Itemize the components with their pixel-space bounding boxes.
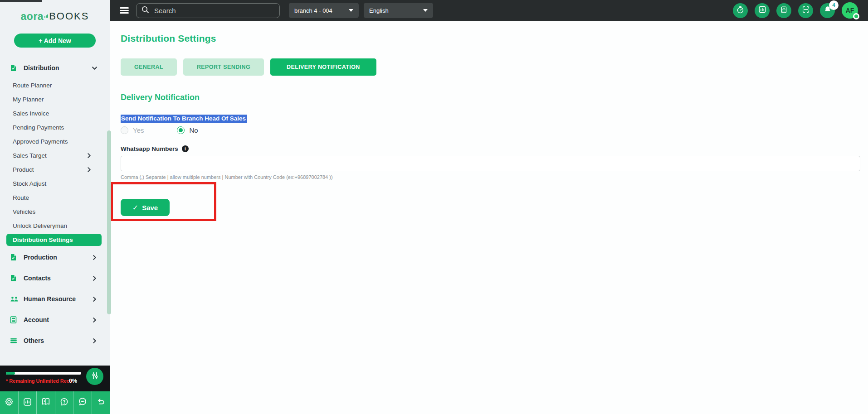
search-box[interactable]	[136, 3, 280, 18]
sidebar-section-others[interactable]: Others	[0, 330, 110, 351]
caret-down-icon	[349, 9, 353, 12]
sidebar-item-stock-adjust[interactable]: Stock Adjust	[0, 177, 110, 191]
sidebar: aora BOOKS + Add New DistributionRoute P…	[0, 0, 110, 414]
sidebar-item-approved-payments[interactable]: Approved Payments	[0, 135, 110, 149]
undo-icon	[96, 397, 106, 409]
online-status-dot	[853, 13, 859, 19]
sidebar-section-label: Production	[24, 254, 92, 261]
sidebar-item-sales-target[interactable]: Sales Target	[0, 149, 110, 163]
whatsapp-numbers-input[interactable]	[121, 156, 860, 171]
active-item-pill: Distribution Settings	[6, 234, 102, 246]
info-icon[interactable]: i	[182, 145, 189, 152]
chevron-right-icon	[92, 338, 97, 343]
gear-icon	[4, 397, 14, 409]
branch-selected-value: branch 4 - 004	[294, 7, 332, 14]
calculator-icon	[780, 6, 788, 15]
search-icon	[141, 5, 150, 16]
undo-button[interactable]	[92, 391, 110, 414]
whatsapp-label-row: Whatsapp Numbers i	[121, 145, 860, 152]
logo-text-books: BOOKS	[49, 10, 89, 22]
sidebar-section-human-resource[interactable]: Human Resource	[0, 289, 110, 309]
sidebar-item-route[interactable]: Route	[0, 191, 110, 205]
chevron-right-icon	[87, 153, 92, 158]
notifications-button[interactable]: 4	[820, 3, 835, 18]
sidebar-section-distribution[interactable]: Distribution	[0, 58, 110, 78]
sidebar-item-my-planner[interactable]: My Planner	[0, 92, 110, 106]
sliders-icon	[91, 371, 99, 382]
sidebar-scrollbar-thumb[interactable]	[107, 130, 111, 314]
sidebar-item-distribution-settings[interactable]: Distribution Settings	[0, 233, 110, 247]
sidebar-item-label: Route Planner	[13, 82, 92, 89]
language-select[interactable]: English	[364, 3, 433, 18]
stats-icon	[758, 5, 766, 15]
scan-icon	[801, 5, 810, 16]
chevron-right-icon	[92, 255, 97, 260]
preferences-fab-button[interactable]	[86, 368, 103, 385]
chat-button[interactable]	[73, 391, 92, 414]
logo-bars-icon	[44, 14, 48, 18]
remaining-records-label: * Remaining Unlimited Reco	[6, 378, 73, 384]
sidebar-item-sales-invoice[interactable]: Sales Invoice	[0, 106, 110, 120]
sidebar-item-vehicles[interactable]: Vehicles	[0, 205, 110, 219]
remaining-records-percent: 0%	[69, 378, 77, 384]
sidebar-section-account[interactable]: Account	[0, 309, 110, 330]
menu-toggle-button[interactable]	[120, 6, 129, 15]
timer-button[interactable]	[733, 3, 748, 18]
radio-yes-circle[interactable]	[121, 126, 128, 134]
chat-icon	[78, 397, 88, 409]
sidebar-section-label: Human Resource	[24, 295, 92, 303]
tab-general[interactable]: GENERAL	[121, 58, 177, 76]
radio-no[interactable]: No	[177, 126, 198, 134]
records-progress-fill	[6, 372, 15, 375]
sidebar-section-contacts[interactable]: Contacts	[0, 268, 110, 289]
stats-button[interactable]	[755, 3, 770, 18]
user-avatar[interactable]: AF	[842, 2, 858, 19]
calculator-button[interactable]	[776, 3, 791, 18]
topbar-actions: 4 AF	[733, 2, 868, 19]
sidebar-item-label: Sales Invoice	[13, 110, 92, 117]
sidebar-item-unlock-deliveryman[interactable]: Unlock Deliveryman	[0, 219, 110, 233]
sidebar-item-route-planner[interactable]: Route Planner	[0, 78, 110, 92]
main-content: Distribution Settings GENERALREPORT SEND…	[110, 21, 868, 414]
radio-no-circle[interactable]	[177, 126, 185, 134]
docs-button[interactable]	[37, 391, 55, 414]
save-button[interactable]: ✓ Save	[121, 199, 170, 216]
help-icon	[59, 397, 69, 409]
radio-yes-label: Yes	[133, 126, 144, 134]
tab-report-sending[interactable]: REPORT SENDING	[183, 58, 264, 76]
settings-button[interactable]	[0, 391, 19, 414]
sidebar-item-label: Product	[13, 166, 87, 173]
add-new-button[interactable]: + Add New	[14, 34, 96, 48]
stats-icon	[23, 397, 32, 409]
sidebar-item-pending-payments[interactable]: Pending Payments	[0, 120, 110, 135]
save-button-label: Save	[142, 204, 158, 212]
radio-yes[interactable]: Yes	[121, 126, 144, 134]
notify-label-selected-text: Send Notification To Branch Head Of Sale…	[121, 115, 247, 123]
reports-button[interactable]	[19, 391, 37, 414]
sidebar-item-label: My Planner	[13, 96, 92, 103]
sidebar-section-label: Contacts	[24, 274, 92, 282]
help-button[interactable]	[55, 391, 74, 414]
timer-icon	[736, 5, 745, 16]
language-selected-value: English	[369, 7, 389, 14]
sidebar-item-label: Route	[13, 194, 92, 201]
app-logo[interactable]: aora BOOKS	[0, 0, 110, 28]
tab-delivery-notification[interactable]: DELIVERY NOTIFICATION	[270, 58, 376, 76]
sidebar-item-label: Stock Adjust	[13, 180, 92, 187]
tabs-divider	[121, 79, 860, 79]
scan-button[interactable]	[798, 3, 813, 18]
page-title: Distribution Settings	[121, 33, 860, 44]
sidebar-item-product[interactable]: Product	[0, 163, 110, 177]
branch-select[interactable]: branch 4 - 004	[289, 3, 359, 18]
sidebar-item-label: Pending Payments	[13, 124, 92, 131]
search-input[interactable]	[154, 7, 275, 14]
check-icon: ✓	[132, 203, 138, 212]
sidebar-section-production[interactable]: Production	[0, 247, 110, 268]
corner-notch	[0, 0, 42, 2]
chevron-right-icon	[92, 318, 97, 323]
doc-icon	[10, 64, 19, 72]
chevron-down-icon	[92, 66, 97, 71]
chevron-right-icon	[92, 276, 97, 281]
logo-text-aora: aora	[21, 10, 44, 23]
sidebar-section-label: Account	[24, 316, 92, 323]
